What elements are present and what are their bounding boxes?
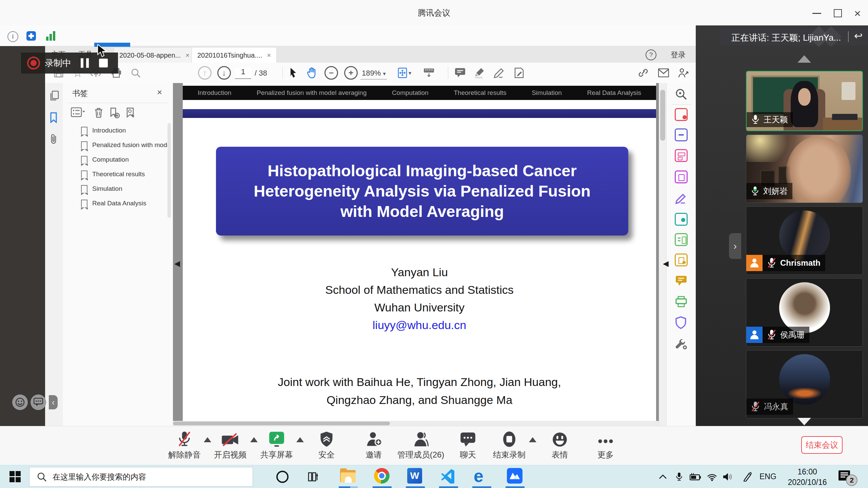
- login-button[interactable]: 登录: [671, 50, 686, 60]
- bookmark-item[interactable]: Theoretical results: [63, 167, 173, 181]
- start-button[interactable]: [9, 471, 21, 482]
- minimize-button[interactable]: [809, 6, 825, 20]
- share-review-icon[interactable]: [676, 67, 690, 79]
- taskbar-clock[interactable]: 16:00 2020/10/16: [782, 467, 833, 487]
- previous-page-button[interactable]: ↑: [198, 67, 212, 79]
- bookmark-item[interactable]: Simulation: [63, 181, 173, 196]
- hidden-icons-caret[interactable]: [655, 469, 671, 485]
- select-tool-icon[interactable]: [287, 67, 300, 79]
- bookmark-item[interactable]: Computation: [63, 152, 173, 167]
- scrollbar-thumb[interactable]: [660, 90, 665, 141]
- manage-members-button[interactable]: 管理成员(26): [395, 430, 446, 460]
- quickbar-collapse-handle[interactable]: ‹: [49, 395, 58, 409]
- bookmarks-scrollbar[interactable]: [167, 123, 171, 218]
- link-icon[interactable]: [636, 67, 650, 79]
- chart-icon[interactable]: [46, 31, 56, 41]
- collapse-right-pane-arrow[interactable]: ◀: [663, 259, 669, 268]
- attachments-icon[interactable]: [50, 133, 58, 145]
- participant-tile[interactable]: 冯永真: [746, 350, 863, 419]
- fill-sign-tool-icon[interactable]: [675, 192, 688, 205]
- author-email[interactable]: liuyy@whu.edu.cn: [183, 316, 656, 334]
- word-icon[interactable]: [407, 468, 423, 484]
- pen-icon[interactable]: [739, 469, 756, 485]
- chat-quick-button[interactable]: [31, 394, 46, 410]
- bookmark-item[interactable]: Real Data Analysis: [63, 196, 173, 210]
- page-number-input[interactable]: 1: [235, 67, 251, 79]
- zoom-level-select[interactable]: 189% ▾: [360, 69, 387, 80]
- security-button[interactable]: 安全: [301, 430, 352, 460]
- search-tool-icon[interactable]: [675, 88, 688, 101]
- participant-tile[interactable]: 王天颖: [746, 71, 863, 131]
- edit-note-icon[interactable]: [512, 67, 526, 79]
- scroll-down-arrow[interactable]: [797, 418, 811, 425]
- extension-icon[interactable]: [26, 31, 36, 41]
- organize-pages-tool-icon[interactable]: [675, 170, 688, 183]
- share-screen-button[interactable]: 共享屏幕: [251, 430, 302, 460]
- document-tab[interactable]: 2020-05-08-appen... ×: [114, 47, 195, 63]
- participant-tile[interactable]: Chrismath: [746, 206, 863, 275]
- zoom-out-button[interactable]: −: [324, 67, 338, 79]
- stop-recording-button[interactable]: [99, 59, 108, 67]
- delete-bookmark-button[interactable]: [94, 107, 103, 118]
- end-meeting-button[interactable]: 结束会议: [801, 436, 843, 454]
- protect-tool-icon[interactable]: [675, 316, 688, 329]
- tencent-meeting-icon[interactable]: [507, 468, 523, 484]
- taskbar-search[interactable]: [29, 467, 253, 487]
- next-page-button[interactable]: ↓: [217, 67, 231, 79]
- tab-close-icon[interactable]: ×: [185, 52, 190, 59]
- mail-icon[interactable]: [657, 67, 670, 79]
- collapse-left-panel-arrow[interactable]: ◀: [174, 259, 180, 268]
- bookmark-item[interactable]: Introduction: [63, 123, 173, 138]
- bookmarks-panel-icon[interactable]: [50, 112, 58, 123]
- highlight-tool-icon[interactable]: [473, 67, 487, 79]
- bookmark-options-button[interactable]: [71, 107, 86, 118]
- tab-close-icon[interactable]: ×: [267, 52, 271, 59]
- horizontal-scrollbar[interactable]: [173, 421, 659, 426]
- bookmarks-close-icon[interactable]: ×: [157, 87, 162, 98]
- search-input[interactable]: [52, 472, 236, 482]
- info-icon[interactable]: i: [7, 31, 18, 42]
- action-center-icon[interactable]: 2: [838, 469, 854, 485]
- unmute-button[interactable]: 解除静音: [159, 430, 210, 460]
- scroll-up-arrow[interactable]: [797, 55, 811, 63]
- zoom-in-button[interactable]: +: [344, 67, 358, 79]
- comment-tool-pane-icon[interactable]: [675, 274, 688, 287]
- ruler-tool-icon[interactable]: [422, 67, 436, 79]
- language-indicator[interactable]: ENG: [760, 472, 776, 481]
- chrome-icon[interactable]: [374, 468, 390, 484]
- tray-mic-icon[interactable]: [671, 469, 687, 485]
- vertical-scrollbar[interactable]: [659, 83, 667, 426]
- edit-pdf-tool-icon[interactable]: [675, 233, 688, 246]
- close-button[interactable]: ×: [849, 6, 866, 20]
- document-tab-active[interactable]: 20201016Tsinghua.... ×: [192, 47, 277, 63]
- cortana-icon[interactable]: [274, 469, 291, 485]
- speaker-icon[interactable]: [719, 469, 736, 485]
- more-button[interactable]: 更多: [580, 430, 631, 460]
- create-pdf-tool-icon[interactable]: [675, 108, 688, 121]
- invite-button[interactable]: 邀请: [348, 430, 399, 460]
- emoji-quick-button[interactable]: [12, 394, 28, 410]
- reply-arrow-icon[interactable]: ↩: [854, 30, 863, 42]
- pause-recording-button[interactable]: [81, 58, 89, 68]
- hand-tool-icon[interactable]: [305, 67, 319, 79]
- maximize-button[interactable]: [830, 6, 846, 20]
- combine-files-tool-icon[interactable]: [675, 149, 688, 162]
- task-view-icon[interactable]: [305, 469, 321, 485]
- participant-tile[interactable]: 侯禹珊: [746, 278, 863, 347]
- find-icon[interactable]: [129, 67, 142, 79]
- edge-icon[interactable]: e: [474, 468, 490, 484]
- file-explorer-icon[interactable]: [340, 468, 356, 484]
- locate-bookmark-button[interactable]: [126, 107, 136, 118]
- comment-tool-icon[interactable]: [453, 67, 467, 79]
- sign-tool-icon[interactable]: [493, 67, 506, 79]
- more-tools-icon[interactable]: [675, 337, 688, 350]
- start-video-button[interactable]: 开启视频: [205, 430, 256, 460]
- sidebar-collapse-handle[interactable]: ›: [729, 233, 741, 259]
- fit-page-icon[interactable]: ▾: [398, 67, 411, 79]
- export-pdf-tool-icon[interactable]: [675, 128, 688, 141]
- add-bookmark-button[interactable]: [110, 107, 120, 118]
- page-thumbnails-icon[interactable]: [50, 90, 59, 101]
- end-recording-button[interactable]: 结束录制: [484, 430, 535, 460]
- send-for-comments-tool-icon[interactable]: [675, 213, 688, 226]
- help-button[interactable]: ?: [646, 49, 656, 60]
